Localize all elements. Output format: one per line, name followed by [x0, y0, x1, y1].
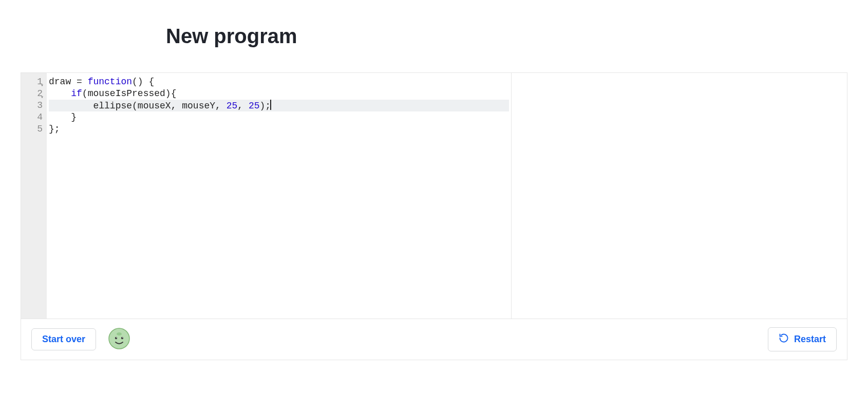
svg-point-5: [122, 337, 123, 338]
svg-point-3: [121, 337, 123, 339]
line-number: 1▾: [24, 76, 43, 88]
output-canvas[interactable]: [512, 73, 847, 319]
code-line[interactable]: draw = function() {: [49, 76, 509, 88]
line-number: 2▾: [24, 88, 43, 100]
editor-row: 1▾2▾345 draw = function() { if(mouseIsPr…: [21, 73, 847, 319]
start-over-label: Start over: [42, 334, 85, 345]
restart-icon: [779, 333, 789, 346]
restart-button[interactable]: Restart: [768, 327, 837, 351]
workspace: 1▾2▾345 draw = function() { if(mouseIsPr…: [21, 72, 847, 360]
line-number: 4: [24, 111, 43, 123]
line-number-gutter: 1▾2▾345: [21, 73, 47, 319]
code-editor[interactable]: 1▾2▾345 draw = function() { if(mouseIsPr…: [21, 73, 512, 319]
svg-point-1: [117, 332, 122, 336]
line-number: 5: [24, 123, 43, 135]
line-number: 3: [24, 100, 43, 111]
mascot-icon: [108, 328, 130, 351]
toolbar: Start over Res: [21, 319, 847, 360]
svg-point-0: [109, 328, 129, 349]
text-cursor: [270, 100, 271, 110]
svg-point-2: [115, 337, 117, 339]
code-line[interactable]: ellipse(mouseX, mouseY, 25, 25);: [49, 100, 509, 111]
toolbar-left: Start over: [31, 328, 130, 351]
code-line[interactable]: };: [49, 123, 509, 135]
start-over-button[interactable]: Start over: [31, 328, 96, 350]
code-area[interactable]: draw = function() { if(mouseIsPressed){ …: [47, 73, 511, 319]
restart-label: Restart: [794, 334, 826, 345]
code-line[interactable]: if(mouseIsPressed){: [49, 88, 509, 100]
svg-point-4: [116, 337, 117, 338]
page-title: New program: [166, 25, 868, 48]
code-line[interactable]: }: [49, 111, 509, 123]
